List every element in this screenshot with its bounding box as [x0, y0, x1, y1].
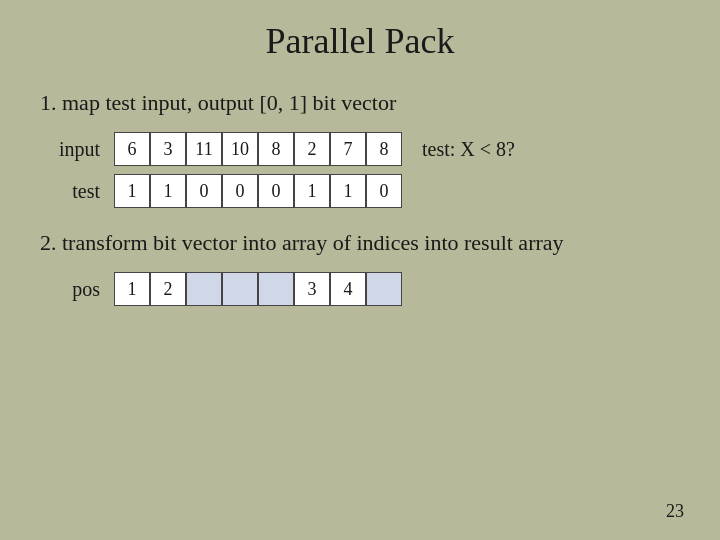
test-cells: 11000110 [114, 174, 402, 208]
array-cell [258, 272, 294, 306]
array-cell: 0 [258, 174, 294, 208]
array-cell: 8 [366, 132, 402, 166]
section2-label: 2. transform bit vector into array of in… [40, 230, 680, 256]
array-cell: 0 [222, 174, 258, 208]
array-cell: 3 [150, 132, 186, 166]
input-row: input 6311108278 test: X < 8? [40, 132, 680, 166]
page-number: 23 [666, 501, 684, 522]
pos-label: pos [40, 278, 100, 301]
array-cell: 0 [366, 174, 402, 208]
array-cell: 10 [222, 132, 258, 166]
array-cell: 11 [186, 132, 222, 166]
array-cell: 7 [330, 132, 366, 166]
array-cell [366, 272, 402, 306]
array-cell [186, 272, 222, 306]
section1-label: 1. map test input, output [0, 1] bit vec… [40, 90, 680, 116]
slide-title: Parallel Pack [40, 20, 680, 62]
input-cells: 6311108278 [114, 132, 402, 166]
array-cell: 4 [330, 272, 366, 306]
array-cell: 1 [114, 272, 150, 306]
test-row: test 11000110 [40, 174, 680, 208]
input-label: input [40, 138, 100, 161]
array-cell: 8 [258, 132, 294, 166]
array-cell: 3 [294, 272, 330, 306]
array-cell: 0 [186, 174, 222, 208]
array-cell: 2 [294, 132, 330, 166]
array-cell: 1 [150, 174, 186, 208]
slide: Parallel Pack 1. map test input, output … [0, 0, 720, 540]
array-cell: 1 [330, 174, 366, 208]
array-cell: 2 [150, 272, 186, 306]
test-label: test [40, 180, 100, 203]
array-cell: 6 [114, 132, 150, 166]
array-cell [222, 272, 258, 306]
pos-row: pos 1234 [40, 272, 680, 306]
array-cell: 1 [294, 174, 330, 208]
pos-cells: 1234 [114, 272, 402, 306]
test-annotation: test: X < 8? [422, 138, 515, 161]
array-cell: 1 [114, 174, 150, 208]
